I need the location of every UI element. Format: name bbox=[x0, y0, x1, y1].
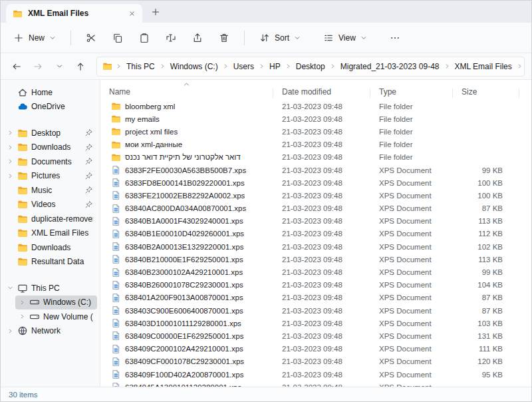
file-row[interactable]: bloomberg xml21-03-2023 09:48File folder bbox=[100, 100, 531, 112]
up-button[interactable] bbox=[71, 57, 90, 76]
file-row[interactable]: 638409C2000102A429210001.xps21-03-2023 0… bbox=[100, 343, 531, 355]
file-size: 103 KB bbox=[453, 319, 519, 327]
xps-icon bbox=[111, 229, 121, 239]
sidebar-item-desktop[interactable]: Desktop bbox=[3, 126, 97, 140]
file-row[interactable]: דואר אלקטרוני של תיקיית דואר נכנס21-03-2… bbox=[100, 151, 531, 164]
file-row[interactable]: 6383FD8E000141B029220001.xps21-03-2023 0… bbox=[100, 176, 531, 189]
sidebar-item-downloads[interactable]: Downloads bbox=[3, 240, 97, 255]
sidebar-item-windows-c[interactable]: Windows (C:) bbox=[15, 296, 97, 310]
file-date: 21-03-2023 09:48 bbox=[273, 371, 370, 379]
sidebar-section-gap bbox=[1, 269, 100, 281]
breadcrumb-item-this-pc[interactable]: This PC bbox=[122, 60, 159, 73]
sidebar-item-pictures[interactable]: Pictures bbox=[3, 169, 97, 184]
chevron-right-icon[interactable] bbox=[6, 129, 14, 137]
delete-button[interactable] bbox=[213, 27, 235, 49]
breadcrumb-item-xml-email-files[interactable]: XML Email Files bbox=[451, 60, 516, 73]
file-row[interactable]: 638409F100D402A200870001.xps21-03-2023 0… bbox=[100, 368, 531, 381]
file-date: 21-03-2023 09:48 bbox=[273, 128, 370, 136]
file-row[interactable]: 6384045A1300101129280001.xps21-03-2023 0… bbox=[100, 381, 531, 387]
sidebar-item-documents[interactable]: Documents bbox=[3, 154, 97, 169]
chevron-right-icon[interactable] bbox=[18, 313, 26, 321]
sidebar-item-new-volume-d[interactable]: New Volume (D:) bbox=[15, 309, 97, 324]
sidebar-item-duplicate-remover[interactable]: duplicate-remover bbox=[3, 212, 97, 226]
more-options-button[interactable] bbox=[384, 27, 406, 49]
sort-button[interactable]: Sort bbox=[253, 27, 307, 49]
new-button[interactable]: New bbox=[7, 27, 62, 49]
breadcrumb-item-hp[interactable]: HP bbox=[265, 60, 285, 73]
file-row[interactable]: 63840B260001078C29230001.xps21-03-2023 0… bbox=[100, 279, 531, 292]
sidebar-item-onedrive[interactable]: OneDrive bbox=[3, 100, 97, 114]
file-row[interactable]: 638403D10001011129280001.xps21-03-2023 0… bbox=[100, 317, 531, 329]
file-row[interactable]: 63840B1E00010D4029260001.xps21-03-2023 0… bbox=[100, 228, 531, 240]
chevron-right-icon[interactable] bbox=[6, 172, 14, 180]
file-row[interactable]: 63840B1A0001F43029240001.xps21-03-2023 0… bbox=[100, 215, 531, 228]
breadcrumb-item-migrated-21-03-2023-09-48[interactable]: Migrated_21-03-2023 09-48 bbox=[336, 60, 444, 73]
breadcrumb-item-desktop[interactable]: Desktop bbox=[292, 60, 329, 73]
forward-button[interactable] bbox=[29, 57, 47, 76]
sidebar-item-network[interactable]: Network bbox=[3, 324, 97, 339]
file-row[interactable]: 63840B2A00013E1329220001.xps21-03-2023 0… bbox=[100, 240, 531, 253]
file-name: 638403C900E6006400870001.xps bbox=[125, 307, 243, 315]
cut-button[interactable] bbox=[80, 27, 102, 49]
folder-icon bbox=[17, 214, 28, 224]
column-header-name[interactable]: Name bbox=[100, 87, 273, 97]
paste-button[interactable] bbox=[133, 27, 156, 49]
sidebar-item-xml-email-files[interactable]: XML Email Files bbox=[3, 226, 97, 241]
sidebar-item-home[interactable]: Home bbox=[3, 85, 97, 100]
column-header-date-modified[interactable]: Date modified bbox=[273, 87, 370, 97]
file-row[interactable]: 63840B23000102A429210001.xps21-03-2023 0… bbox=[100, 266, 531, 278]
file-type: XPS Document bbox=[370, 357, 453, 365]
cut-icon bbox=[86, 33, 96, 43]
sidebar-item-label: Network bbox=[31, 326, 93, 335]
breadcrumb-item-users[interactable]: Users bbox=[229, 60, 258, 73]
chevron-spacer bbox=[6, 186, 14, 194]
chevron-down-icon[interactable] bbox=[6, 284, 14, 292]
sidebar-item-resultant-data[interactable]: Resultant Data bbox=[3, 255, 97, 270]
share-button[interactable] bbox=[186, 27, 209, 49]
file-type: XPS Document bbox=[370, 345, 453, 353]
file-name: 63840B1A0001F43029240001.xps bbox=[125, 217, 243, 225]
sidebar-section-gap bbox=[1, 114, 100, 126]
file-row[interactable]: my emails21-03-2023 09:48File folder bbox=[100, 112, 531, 125]
file-row[interactable]: 6383F2FE00030A563BB500B7.xps21-03-2023 0… bbox=[100, 164, 531, 176]
back-button[interactable] bbox=[7, 57, 26, 76]
chevron-right-icon[interactable] bbox=[18, 298, 26, 306]
chevron-right-icon bbox=[330, 63, 336, 69]
chevron-right-icon[interactable] bbox=[6, 327, 14, 335]
file-row[interactable]: 63840AC800DA034A00870001.xps21-03-2023 0… bbox=[100, 202, 531, 215]
sidebar-item-downloads[interactable]: Downloads bbox=[3, 140, 97, 155]
sidebar-item-music[interactable]: Music bbox=[3, 183, 97, 198]
chevron-right-icon[interactable] bbox=[6, 158, 14, 166]
tab-xml-email-files[interactable]: XML Email Files bbox=[6, 4, 142, 23]
recent-locations-button[interactable] bbox=[50, 57, 68, 76]
sidebar-item-this-pc[interactable]: This PC bbox=[3, 281, 97, 296]
view-button[interactable]: View bbox=[317, 27, 373, 49]
file-date: 21-03-2023 09:48 bbox=[273, 204, 370, 212]
file-row[interactable]: 638401A200F9013A00870001.xps21-03-2023 0… bbox=[100, 292, 531, 304]
file-row[interactable]: 638409C00000E1F629250001.xps21-03-2023 0… bbox=[100, 329, 531, 342]
column-header-size[interactable]: Size bbox=[453, 87, 519, 97]
file-row[interactable]: 638409CF0001078C29230001.xps21-03-2023 0… bbox=[100, 355, 531, 368]
file-date: 21-03-2023 09:48 bbox=[273, 281, 370, 289]
file-size: 111 KB bbox=[453, 345, 519, 353]
new-tab-button[interactable] bbox=[148, 4, 164, 20]
file-row[interactable]: мои xml-данные21-03-2023 09:48File folde… bbox=[100, 138, 531, 151]
column-header-row: NameDate modifiedTypeSize bbox=[100, 80, 531, 100]
file-row[interactable]: 6383FE210002EB82292A0002.xps21-03-2023 0… bbox=[100, 189, 531, 202]
chevron-right-icon[interactable] bbox=[6, 143, 14, 151]
sidebar-item-videos[interactable]: Videos bbox=[3, 198, 97, 212]
copy-button[interactable] bbox=[106, 27, 129, 49]
breadcrumb-item-windows-c[interactable]: Windows (C:) bbox=[166, 60, 222, 73]
file-row[interactable]: 63840B210000E1F629250001.xps21-03-2023 0… bbox=[100, 253, 531, 266]
tab-close-icon[interactable] bbox=[127, 9, 137, 19]
file-date: 21-03-2023 09:48 bbox=[273, 166, 370, 174]
file-type: File folder bbox=[370, 102, 453, 110]
file-type: XPS Document bbox=[370, 204, 453, 212]
file-row[interactable]: 638403C900E6006400870001.xps21-03-2023 0… bbox=[100, 304, 531, 317]
toolbar: New Sort View bbox=[1, 23, 531, 53]
rename-button[interactable] bbox=[160, 27, 182, 49]
xps-icon bbox=[111, 204, 121, 214]
up-icon bbox=[75, 61, 86, 72]
column-header-type[interactable]: Type bbox=[370, 87, 453, 97]
file-row[interactable]: project xml files21-03-2023 09:48File fo… bbox=[100, 125, 531, 138]
